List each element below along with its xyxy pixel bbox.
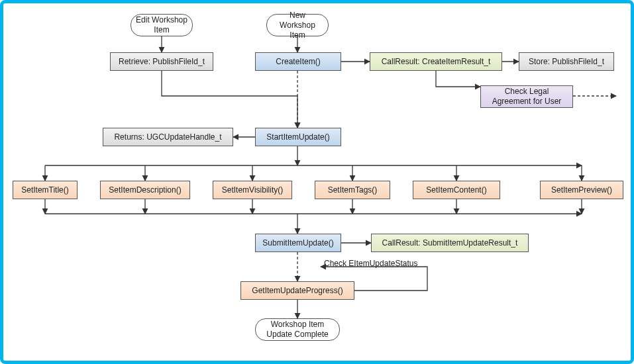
terminator-edit-item: Edit Workshop Item [131, 14, 193, 36]
box-callresult-createitem: CallResult: CreateItemResult_t [370, 52, 502, 71]
box-store-publishfileid: Store: PublishFileId_t [519, 52, 614, 71]
terminator-complete: Workshop Item Update Complete [255, 318, 340, 341]
box-submititemupdate: SubmitItemUpdate() [255, 234, 341, 252]
box-setitemtags: SetItemTags() [315, 181, 390, 199]
box-callresult-submit: CallResult: SubmitItemUpdateResult_t [371, 234, 529, 252]
box-returns-ugchandle: Returns: UGCUpdateHandle_t [103, 128, 233, 146]
box-setitemcontent: SetItemContent() [413, 181, 500, 199]
box-check-legal: Check Legal Agreement for User [480, 85, 573, 108]
edge-label-check-eitemupdatestatus: Check EItemUpdateStatus [324, 259, 417, 268]
box-startitemupdate: StartItemUpdate() [255, 128, 341, 146]
box-createitem: CreateItem() [255, 52, 341, 71]
box-getitemupdateprogress: GetItemUpdateProgress() [240, 281, 354, 300]
diagram-frame: { "terminator": { "edit": "Edit Workshop… [0, 0, 634, 364]
box-setitemvisibility: SetItemVisibility() [213, 181, 292, 199]
box-setitemtitle: SetItemTitle() [13, 181, 78, 199]
box-retrieve-publishfileid: Retrieve: PublishFileId_t [110, 52, 213, 71]
box-setitempreview: SetItemPreview() [540, 181, 623, 199]
terminator-new-item: New Workshop Item [266, 14, 329, 36]
box-setitemdescription: SetItemDescription() [100, 181, 190, 199]
